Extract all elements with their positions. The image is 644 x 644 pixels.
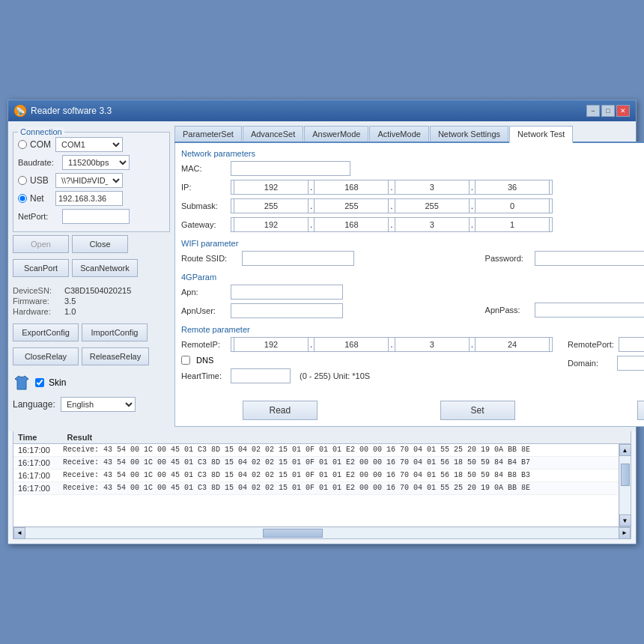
ssid-input[interactable] bbox=[242, 251, 354, 266]
com-radio[interactable] bbox=[18, 140, 27, 149]
net-radio[interactable] bbox=[18, 194, 27, 203]
language-select[interactable]: English bbox=[61, 397, 136, 412]
hscroll-left-button[interactable]: ◄ bbox=[13, 527, 25, 539]
mac-input[interactable]: 68F72E411276 bbox=[231, 161, 350, 176]
import-config-button[interactable]: ImportConfig bbox=[82, 323, 148, 341]
firmware-label: Firmware: bbox=[13, 297, 61, 306]
skin-checkbox[interactable] bbox=[35, 378, 44, 387]
open-close-row: Open Close bbox=[13, 235, 170, 253]
netport-label: NetPort: bbox=[18, 212, 59, 221]
com-select[interactable]: COM1 bbox=[55, 137, 123, 152]
apnuser-input[interactable] bbox=[231, 303, 343, 318]
apn-row: Apn: = bbox=[181, 285, 470, 300]
remoteport-input[interactable]: 60000 bbox=[619, 337, 644, 352]
apn-input[interactable]: = bbox=[231, 285, 343, 300]
ip-seg1[interactable] bbox=[234, 180, 309, 195]
scroll-down-button[interactable]: ▼ bbox=[619, 514, 631, 526]
close-button-conn[interactable]: Close bbox=[72, 235, 128, 253]
remoteip-row: RemoteIP: . . . bbox=[181, 337, 553, 352]
ip-seg2[interactable] bbox=[314, 180, 389, 195]
export-import-row: ExportConfig ImportConfig bbox=[13, 323, 170, 341]
net-ip-input[interactable] bbox=[55, 191, 123, 206]
close-relay-button[interactable]: CloseRelay bbox=[13, 347, 79, 365]
hscroll-right-button[interactable]: ► bbox=[619, 527, 631, 539]
log-result-4: Receive: 43 54 00 1C 00 45 01 C3 8D 15 0… bbox=[63, 484, 530, 493]
scroll-up-button[interactable]: ▲ bbox=[619, 444, 631, 456]
scroll-thumb[interactable] bbox=[621, 464, 630, 486]
close-button[interactable]: ✕ bbox=[616, 105, 630, 117]
ssid-label: Route SSID: bbox=[181, 254, 237, 263]
hscroll-thumb[interactable] bbox=[263, 529, 323, 538]
netport-input[interactable]: 60000 bbox=[62, 209, 130, 224]
wifi-row: Route SSID: Password: bbox=[181, 251, 644, 270]
baudrate-select[interactable]: 115200bps bbox=[62, 155, 130, 170]
submask-label: Submask: bbox=[181, 201, 226, 210]
submask-seg3[interactable] bbox=[395, 198, 470, 213]
language-row: Language: English bbox=[13, 397, 170, 412]
language-label: Language: bbox=[13, 399, 58, 410]
usb-select[interactable]: \\?\HID#VID_1A bbox=[55, 173, 123, 188]
export-config-button[interactable]: ExportConfig bbox=[13, 323, 79, 341]
tab-networktest[interactable]: Network Test bbox=[509, 126, 573, 143]
log-row-3: 16:17:00 Receive: 43 54 00 1C 00 45 01 C… bbox=[13, 470, 619, 482]
open-button[interactable]: Open bbox=[13, 235, 69, 253]
wifi-label: WIFI parameter bbox=[181, 239, 644, 248]
ip-seg4[interactable] bbox=[475, 180, 550, 195]
apnpass-input[interactable] bbox=[535, 303, 644, 318]
password-input[interactable] bbox=[535, 251, 644, 266]
ip-seg3[interactable] bbox=[395, 180, 470, 195]
maximize-button[interactable]: □ bbox=[601, 105, 615, 117]
submask-seg1[interactable] bbox=[234, 198, 309, 213]
scroll-track[interactable] bbox=[620, 456, 631, 514]
tab-answermode[interactable]: AnswerMode bbox=[304, 126, 368, 142]
log-body[interactable]: 16:17:00 Receive: 43 54 00 1C 00 45 01 C… bbox=[13, 444, 619, 526]
log-section: Time Result 16:17:00 Receive: 43 54 00 1… bbox=[13, 431, 631, 539]
gw-seg1[interactable] bbox=[234, 217, 309, 232]
tab-networksettings[interactable]: Network Settings bbox=[430, 126, 508, 142]
read-button[interactable]: Read bbox=[243, 401, 318, 420]
hscroll-track[interactable] bbox=[25, 528, 619, 538]
set-button[interactable]: Set bbox=[440, 401, 515, 420]
apnpass-row: ApnPass: bbox=[485, 303, 644, 318]
gw-seg2[interactable] bbox=[314, 217, 389, 232]
rip-seg1[interactable] bbox=[234, 337, 309, 352]
tab-parameterset[interactable]: ParameterSet bbox=[174, 126, 242, 142]
gw-seg4[interactable] bbox=[475, 217, 550, 232]
domain-input[interactable] bbox=[617, 356, 644, 371]
submask-seg4[interactable] bbox=[475, 198, 550, 213]
gw-seg3[interactable] bbox=[395, 217, 470, 232]
hearttime-input[interactable]: 3 bbox=[231, 368, 291, 383]
scan-port-button[interactable]: ScanPort bbox=[13, 259, 69, 277]
log-hscrollbar[interactable]: ◄ ► bbox=[13, 526, 631, 538]
scan-row: ScanPort ScanNetwork bbox=[13, 259, 170, 277]
submask-seg2[interactable] bbox=[314, 198, 389, 213]
log-result-1: Receive: 43 54 00 1C 00 45 01 C3 8D 15 0… bbox=[63, 446, 530, 455]
devicesn-row: DeviceSN: C38D1504020215 bbox=[13, 286, 170, 295]
rip-seg4[interactable] bbox=[475, 337, 550, 352]
title-bar-left: 📡 Reader software 3.3 bbox=[14, 105, 112, 117]
remote-label: Remote parameter bbox=[181, 325, 644, 334]
com-row: COM COM1 bbox=[18, 137, 165, 152]
scan-network-button[interactable]: ScanNetwork bbox=[72, 259, 138, 277]
default-button[interactable]: Default bbox=[637, 401, 644, 420]
title-bar: 📡 Reader software 3.3 − □ ✕ bbox=[8, 100, 636, 121]
minimize-button[interactable]: − bbox=[586, 105, 600, 117]
log-header: Time Result bbox=[13, 431, 631, 444]
net-row: Net bbox=[18, 191, 165, 206]
release-relay-button[interactable]: ReleaseRelay bbox=[82, 347, 149, 365]
rip-seg3[interactable] bbox=[395, 337, 470, 352]
tab-activemode[interactable]: ActiveMode bbox=[369, 126, 428, 142]
hardware-row: Hardware: 1.0 bbox=[13, 307, 170, 316]
log-vscrollbar[interactable]: ▲ ▼ bbox=[619, 444, 631, 526]
submask-row: Submask: . . . bbox=[181, 198, 644, 213]
main-content: Connection COM COM1 Baudrate: 115200bps bbox=[8, 121, 636, 431]
hardware-value: 1.0 bbox=[64, 307, 76, 316]
rip-seg2[interactable] bbox=[314, 337, 389, 352]
dns-checkbox[interactable] bbox=[181, 356, 190, 365]
gateway-label: Gateway: bbox=[181, 220, 226, 229]
dns-row: DNS bbox=[181, 356, 553, 365]
firmware-row: Firmware: 3.5 bbox=[13, 297, 170, 306]
4g-rows: Apn: = ApnUser: ApnPass: bbox=[181, 285, 644, 322]
usb-radio[interactable] bbox=[18, 176, 27, 185]
tab-advanceset[interactable]: AdvanceSet bbox=[243, 126, 303, 142]
